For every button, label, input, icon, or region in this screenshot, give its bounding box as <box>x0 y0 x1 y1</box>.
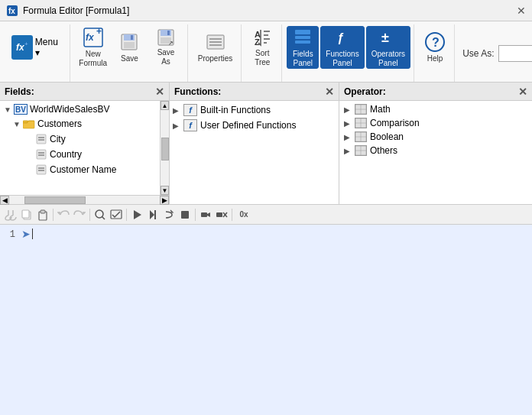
fields-vscroll[interactable]: ▲ ▼ <box>160 101 169 195</box>
userdefined-functions-item[interactable]: ▶ f User Defined Functions <box>170 118 339 133</box>
svg-text:?: ? <box>432 36 440 49</box>
save-as-button[interactable]: ↗ Save As <box>148 26 183 69</box>
panels-area: Fields: ✕ ▼ BV WorldWideSalesBV ▼ <box>0 83 532 205</box>
svg-text:+: + <box>96 27 102 37</box>
breakpoint-button[interactable] <box>198 207 213 222</box>
empty-toggle-city <box>24 135 34 144</box>
boolean-label: Boolean <box>370 131 404 142</box>
ribbon-sort-group: A Z SortTree <box>243 24 282 82</box>
fields-panel-close[interactable]: ✕ <box>155 86 164 98</box>
properties-button[interactable]: Properties <box>193 26 238 69</box>
operator-boolean[interactable]: ▶ Boolean <box>339 130 532 144</box>
help-button[interactable]: ? Help <box>419 26 451 69</box>
svg-rect-10 <box>131 35 133 40</box>
svg-rect-37 <box>23 121 28 123</box>
tree-item-country[interactable]: Country <box>0 147 160 162</box>
new-formula-icon: fx + <box>83 27 104 48</box>
hscroll-thumb[interactable] <box>24 196 86 204</box>
operators-panel-close[interactable]: ✕ <box>518 86 527 98</box>
tree-item-worldwidesalesbv[interactable]: ▼ BV WorldWideSalesBV <box>0 102 160 116</box>
redo-button[interactable] <box>72 207 87 222</box>
new-formula-button[interactable]: fx + NewFormula <box>75 26 111 69</box>
step-over-button[interactable] <box>161 207 177 222</box>
run-button[interactable] <box>129 207 144 222</box>
customers-label: Customers <box>37 118 82 129</box>
ribbon-menu-group: fx + Menu ▾ <box>3 24 70 82</box>
hex-button[interactable]: 0x <box>235 207 253 222</box>
userdefined-label: User Defined Functions <box>200 120 296 131</box>
field-icon-customername <box>35 164 47 176</box>
builtin-functions-item[interactable]: ▶ f Built-in Functions <box>170 102 339 118</box>
others-toggle: ▶ <box>344 147 353 155</box>
comparison-toggle: ▶ <box>344 119 353 128</box>
copy-button[interactable] <box>19 207 34 222</box>
svg-text:↗: ↗ <box>168 40 174 47</box>
toolbar-sep-1 <box>53 209 54 221</box>
svg-marker-67 <box>150 210 154 219</box>
menu-button[interactable]: fx + Menu ▾ <box>6 26 66 69</box>
cut-button[interactable] <box>3 207 18 222</box>
paste-button[interactable] <box>35 207 50 222</box>
check-syntax-button[interactable] <box>109 207 124 222</box>
vscroll-down-arrow[interactable]: ▼ <box>161 186 169 195</box>
svg-rect-27 <box>295 30 310 34</box>
use-as-dropdown[interactable]: Formula Selection Formula Group Name For… <box>498 45 532 62</box>
tree-item-city[interactable]: City <box>0 131 160 147</box>
empty-toggle-customername <box>24 165 34 174</box>
toolbar-sep-4 <box>195 209 196 221</box>
formula-editor[interactable]: 1 ➤ <box>0 225 532 415</box>
functions-panel: Functions: ✕ ▶ f Built-in Functions ▶ f … <box>170 83 339 204</box>
operators-panel-title: Operator: <box>344 86 386 97</box>
math-label: Math <box>370 104 391 115</box>
others-label: Others <box>370 145 397 156</box>
stop-button[interactable] <box>177 207 193 222</box>
use-as-label: Use As: <box>462 48 494 59</box>
tree-toggle-customers: ▼ <box>12 119 21 128</box>
svg-marker-66 <box>134 210 141 219</box>
properties-label: Properties <box>198 54 233 63</box>
undo-button[interactable] <box>56 207 71 222</box>
svg-rect-41 <box>37 150 46 159</box>
userdefined-toggle: ▶ <box>173 122 182 130</box>
operators-tree: ▶ Math ▶ <box>339 101 532 204</box>
functions-panel-close[interactable]: ✕ <box>325 86 334 98</box>
functions-panel-label: FunctionsPanel <box>326 50 358 68</box>
menu-icon: fx + <box>11 35 33 60</box>
fields-panel: Fields: ✕ ▼ BV WorldWideSalesBV ▼ <box>0 83 170 204</box>
line-numbers: 1 <box>3 228 18 412</box>
operator-comparison[interactable]: ▶ Comparison <box>339 116 532 130</box>
find-button[interactable] <box>92 207 108 222</box>
hscroll-right-arrow[interactable]: ▶ <box>160 196 169 205</box>
tree-item-customers[interactable]: ▼ Customers <box>0 116 160 131</box>
step-into-button[interactable] <box>145 207 161 222</box>
sort-tree-icon: A Z <box>251 28 273 47</box>
fields-hscroll[interactable]: ◀ ▶ <box>0 195 169 204</box>
vscroll-up-arrow[interactable]: ▲ <box>161 101 169 110</box>
svg-text:+: + <box>24 41 28 47</box>
functions-panel-header: Functions: ✕ <box>170 83 339 101</box>
folder-icon <box>23 118 35 130</box>
userdefined-func-icon: f <box>183 119 197 131</box>
menu-label: Menu ▾ <box>35 37 61 58</box>
save-icon <box>118 31 140 53</box>
hscroll-left-arrow[interactable]: ◀ <box>0 196 9 205</box>
functions-panel-button[interactable]: ƒ FunctionsPanel <box>320 26 364 69</box>
svg-rect-29 <box>295 41 310 44</box>
svg-text:fx: fx <box>86 32 95 43</box>
editor-content[interactable]: ➤ <box>18 228 529 412</box>
vscroll-thumb[interactable] <box>161 138 169 160</box>
sort-tree-button[interactable]: A Z SortTree <box>246 26 278 69</box>
operator-math[interactable]: ▶ Math <box>339 102 532 116</box>
operators-panel-icon: ± <box>378 27 399 48</box>
tree-item-customer-name[interactable]: Customer Name <box>0 162 160 177</box>
operators-panel-button[interactable]: ± OperatorsPanel <box>366 26 410 69</box>
toolbar-sep-2 <box>89 209 90 221</box>
fields-panel-button[interactable]: FieldsPanel <box>287 26 319 69</box>
clear-breakpoints-button[interactable] <box>214 207 229 222</box>
datasource-label: WorldWideSalesBV <box>30 104 109 115</box>
save-button[interactable]: Save <box>114 26 144 69</box>
close-button[interactable]: ✕ <box>517 5 526 17</box>
ribbon-formula-group: fx + NewFormula Save <box>72 24 188 82</box>
properties-icon <box>205 31 226 53</box>
operator-others[interactable]: ▶ Others <box>339 144 532 157</box>
